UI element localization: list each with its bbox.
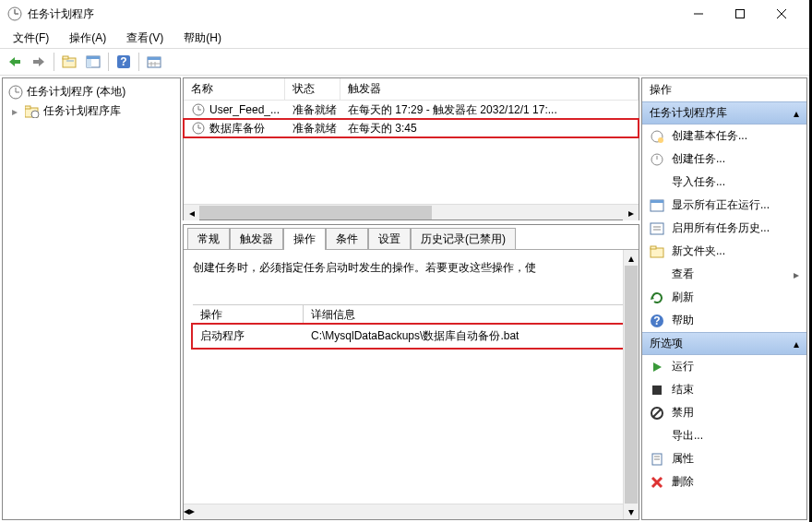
section-library[interactable]: 任务计划程序库 ▴ — [642, 101, 806, 125]
task-list: 名称 状态 触发器 User_Feed_... 准备就绪 在每天的 17:29 … — [183, 77, 639, 220]
section-selected[interactable]: 所选项 ▴ — [642, 332, 806, 355]
properties-icon — [650, 452, 664, 467]
folder-clock-icon — [25, 105, 40, 118]
tab-conditions[interactable]: 条件 — [326, 228, 368, 250]
toolbar-panel-icon[interactable] — [82, 51, 104, 73]
export-icon — [650, 429, 664, 444]
scroll-right-icon[interactable]: ▸ — [189, 504, 195, 519]
scroll-right-icon[interactable]: ▸ — [623, 205, 639, 220]
detail-hscroll[interactable]: ◂ ▸ — [184, 504, 623, 519]
task-list-hscroll[interactable]: ◂ ▸ — [184, 204, 639, 219]
menu-view[interactable]: 查看(V) — [123, 29, 167, 48]
svg-rect-4 — [735, 10, 744, 18]
app-icon — [7, 6, 22, 21]
clock-icon — [191, 102, 206, 117]
action-path: C:\MysqlDataBackups\数据库自动备份.bat — [304, 326, 629, 346]
svg-rect-40 — [651, 223, 663, 234]
delete-icon — [650, 475, 664, 490]
toolbar: ? — [0, 48, 809, 76]
scroll-up-icon[interactable]: ▴ — [624, 250, 639, 266]
maximize-button[interactable] — [719, 1, 760, 27]
minimize-button[interactable] — [677, 1, 719, 27]
history-icon — [650, 221, 664, 236]
toolbar-help-icon[interactable]: ? — [113, 51, 135, 73]
scroll-left-icon[interactable]: ◂ — [184, 205, 199, 220]
tab-general[interactable]: 常规 — [187, 228, 230, 250]
action-show-running[interactable]: 显示所有正在运行... — [642, 194, 806, 217]
detail-vscroll[interactable]: ▴ ▾ — [623, 250, 639, 519]
action-new-folder[interactable]: 新文件夹... — [642, 240, 806, 263]
toolbar-calendar-icon[interactable] — [143, 51, 165, 73]
task-row[interactable]: User_Feed_... 准备就绪 在每天的 17:29 - 触发器在 203… — [184, 101, 639, 119]
svg-rect-14 — [87, 59, 91, 67]
tree-library-label: 任务计划程序库 — [43, 103, 121, 119]
tree-root[interactable]: 任务计划程序 (本地) — [8, 82, 174, 101]
tree-root-label: 任务计划程序 (本地) — [27, 84, 125, 100]
action-create[interactable]: 创建任务... — [642, 148, 806, 171]
window-title: 任务计划程序 — [28, 6, 677, 22]
import-icon — [650, 175, 664, 190]
action-properties[interactable]: 属性 — [642, 447, 806, 470]
back-button[interactable] — [4, 51, 26, 73]
create-icon — [650, 152, 664, 167]
chevron-right-icon: ▸ — [794, 268, 799, 281]
menu-file[interactable]: 文件(F) — [9, 29, 53, 48]
tab-actions[interactable]: 操作 — [283, 228, 326, 250]
create-basic-icon — [650, 129, 664, 144]
action-create-basic[interactable]: 创建基本任务... — [642, 125, 806, 148]
action-run[interactable]: 运行 — [642, 355, 806, 378]
header-status[interactable]: 状态 — [285, 78, 340, 100]
header-name[interactable]: 名称 — [184, 78, 285, 100]
action-view[interactable]: 查看▸ — [642, 263, 806, 286]
action-delete[interactable]: 删除 — [642, 470, 806, 493]
action-end[interactable]: 结束 — [642, 378, 806, 401]
action-enable-history[interactable]: 启用所有任务历史... — [642, 217, 806, 240]
action-help[interactable]: ?帮助 — [642, 309, 806, 332]
svg-point-35 — [658, 137, 663, 143]
scroll-down-icon[interactable]: ▾ — [624, 504, 639, 519]
svg-line-51 — [653, 409, 661, 417]
tab-history[interactable]: 历史记录(已禁用) — [411, 228, 516, 250]
svg-text:?: ? — [120, 55, 126, 68]
svg-rect-39 — [651, 200, 663, 203]
svg-text:?: ? — [653, 314, 660, 327]
actions-pane-title: 操作 — [642, 78, 806, 101]
tab-settings[interactable]: 设置 — [368, 228, 411, 250]
detail-tabs: 常规 触发器 操作 条件 设置 历史记录(已禁用) — [184, 225, 639, 249]
action-header-action[interactable]: 操作 — [193, 305, 304, 324]
collapse-icon[interactable]: ▴ — [794, 107, 799, 120]
view-icon — [650, 267, 664, 282]
close-button[interactable] — [760, 1, 802, 27]
detail-pane: 常规 触发器 操作 条件 设置 历史记录(已禁用) 创建任务时，必须指定任务启动… — [183, 224, 639, 520]
action-refresh[interactable]: 刷新 — [642, 286, 806, 309]
svg-marker-48 — [653, 362, 662, 372]
task-row-selected[interactable]: 数据库备份 准备就绪 在每天的 3:45 — [184, 119, 639, 137]
end-icon — [650, 383, 664, 397]
svg-rect-13 — [87, 56, 100, 59]
tree-library[interactable]: ▸ 任务计划程序库 — [8, 101, 174, 121]
action-type: 启动程序 — [193, 326, 304, 346]
tab-triggers[interactable]: 触发器 — [230, 228, 283, 250]
menu-action[interactable]: 操作(A) — [66, 29, 110, 48]
svg-marker-7 — [9, 57, 20, 66]
toolbar-folder-icon[interactable] — [58, 51, 80, 73]
action-row[interactable]: 启动程序 C:\MysqlDataBackups\数据库自动备份.bat — [193, 325, 629, 348]
navigation-tree: 任务计划程序 (本地) ▸ 任务计划程序库 — [2, 77, 181, 520]
action-import[interactable]: 导入任务... — [642, 171, 806, 194]
svg-rect-18 — [148, 57, 161, 60]
action-disable[interactable]: 禁用 — [642, 401, 806, 424]
svg-rect-49 — [652, 386, 662, 395]
clock-icon — [8, 85, 23, 100]
header-trigger[interactable]: 触发器 — [340, 78, 639, 100]
task-list-header: 名称 状态 触发器 — [184, 78, 639, 101]
collapse-icon[interactable]: ▴ — [794, 338, 799, 350]
expand-icon[interactable]: ▸ — [8, 105, 21, 118]
menu-help[interactable]: 帮助(H) — [180, 29, 225, 48]
folder-icon — [650, 244, 664, 259]
action-header-detail[interactable]: 详细信息 — [304, 305, 629, 324]
action-export[interactable]: 导出... — [642, 424, 806, 447]
forward-button[interactable] — [28, 51, 50, 73]
menubar: 文件(F) 操作(A) 查看(V) 帮助(H) — [0, 28, 809, 48]
svg-point-27 — [31, 111, 39, 118]
titlebar: 任务计划程序 — [0, 0, 809, 28]
